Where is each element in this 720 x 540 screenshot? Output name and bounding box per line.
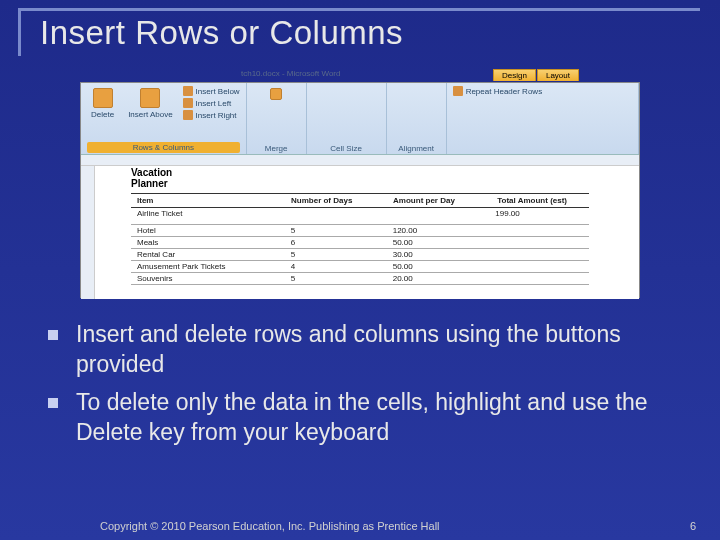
slide-footer: Copyright © 2010 Pearson Education, Inc.… [0, 520, 720, 532]
insert-above-icon [140, 88, 160, 108]
window-title: tch10.docx - Microsoft Word [241, 69, 340, 78]
cell-item[interactable]: Hotel [131, 225, 271, 237]
insert-right-button[interactable]: Insert Right [183, 110, 240, 120]
insert-left-icon [183, 98, 193, 108]
delete-button[interactable]: Delete [87, 86, 118, 121]
table-row[interactable]: Souvenirs520.00 [131, 273, 589, 285]
cell-days[interactable]: 4 [271, 261, 373, 273]
page-title: Insert Rows or Columns [18, 8, 700, 52]
group-alignment-label: Alignment [393, 143, 440, 153]
cell-total[interactable] [475, 249, 589, 261]
cell-item[interactable]: Meals [131, 237, 271, 249]
cell-item[interactable]: Souvenirs [131, 273, 271, 285]
bullet-marker-icon [48, 330, 58, 340]
group-cellsize-label: Cell Size [313, 143, 380, 153]
header-days: Number of Days [271, 194, 373, 208]
bullet-text: Insert and delete rows and columns using… [76, 320, 680, 380]
table-row[interactable]: Airline Ticket199.00 [131, 208, 589, 225]
bullet-text: To delete only the data in the cells, hi… [76, 388, 680, 448]
cell-amount[interactable]: 30.00 [373, 249, 476, 261]
delete-icon [93, 88, 113, 108]
ribbon-group-alignment: Alignment [387, 83, 447, 154]
merge-button[interactable] [253, 86, 300, 102]
merge-icon [270, 88, 282, 100]
ribbon-group-data: Repeat Header Rows [447, 83, 639, 154]
insert-left-button[interactable]: Insert Left [183, 98, 240, 108]
table-row[interactable]: Rental Car530.00 [131, 249, 589, 261]
word-screenshot: tch10.docx - Microsoft Word Design Layou… [80, 82, 640, 298]
list-item: To delete only the data in the cells, hi… [48, 388, 680, 448]
header-total: Total Amount (est) [475, 194, 589, 208]
cell-amount[interactable] [373, 208, 476, 225]
table-row[interactable]: Amusement Park Tickets450.00 [131, 261, 589, 273]
list-item: Insert and delete rows and columns using… [48, 320, 680, 380]
copyright-text: Copyright © 2010 Pearson Education, Inc.… [100, 520, 440, 532]
cell-total[interactable] [475, 273, 589, 285]
ribbon-group-cellsize: Cell Size [307, 83, 387, 154]
table-header-row: Item Number of Days Amount per Day Total… [131, 194, 589, 208]
doc-title: Vacation Planner [131, 167, 589, 189]
cell-item[interactable]: Rental Car [131, 249, 271, 261]
ribbon-group-merge: Merge [247, 83, 307, 154]
group-rows-columns-label: Rows & Columns [87, 142, 240, 153]
group-merge-label: Merge [253, 143, 300, 153]
cell-amount[interactable]: 20.00 [373, 273, 476, 285]
cell-days[interactable]: 5 [271, 273, 373, 285]
cell-amount[interactable]: 50.00 [373, 237, 476, 249]
cell-total[interactable] [475, 225, 589, 237]
insert-below-icon [183, 86, 193, 96]
cell-item[interactable]: Amusement Park Tickets [131, 261, 271, 273]
vertical-ruler[interactable] [81, 166, 95, 299]
title-line [34, 8, 700, 11]
slide: Insert Rows or Columns tch10.docx - Micr… [0, 0, 720, 540]
cell-total[interactable] [475, 237, 589, 249]
bullet-marker-icon [48, 398, 58, 408]
delete-label: Delete [91, 110, 114, 119]
cell-days[interactable]: 5 [271, 225, 373, 237]
cell-days[interactable]: 6 [271, 237, 373, 249]
tab-design[interactable]: Design [493, 69, 536, 81]
header-item: Item [131, 194, 271, 208]
insert-below-button[interactable]: Insert Below [183, 86, 240, 96]
doc-title-line1: Vacation [131, 167, 172, 178]
document-content: Vacation Planner Item Number of Days Amo… [131, 163, 589, 285]
repeat-header-label: Repeat Header Rows [466, 87, 542, 96]
table-body: Airline Ticket199.00Hotel5120.00Meals650… [131, 208, 589, 285]
ribbon: Delete Insert Above Insert Below Insert … [81, 83, 639, 155]
insert-above-button[interactable]: Insert Above [124, 86, 176, 121]
vacation-table[interactable]: Item Number of Days Amount per Day Total… [131, 193, 589, 285]
document-area: Vacation Planner Item Number of Days Amo… [81, 155, 639, 299]
ribbon-group-rows-columns: Delete Insert Above Insert Below Insert … [81, 83, 247, 154]
title-bar: Insert Rows or Columns [18, 8, 700, 52]
cell-amount[interactable]: 120.00 [373, 225, 476, 237]
cell-amount[interactable]: 50.00 [373, 261, 476, 273]
insert-left-label: Insert Left [196, 99, 232, 108]
cell-days[interactable]: 5 [271, 249, 373, 261]
table-row[interactable]: Meals650.00 [131, 237, 589, 249]
header-amount: Amount per Day [373, 194, 476, 208]
repeat-header-button[interactable]: Repeat Header Rows [453, 86, 632, 96]
table-tools-tabs: Design Layout [493, 69, 579, 81]
repeat-header-icon [453, 86, 463, 96]
insert-right-label: Insert Right [196, 111, 237, 120]
table-row[interactable]: Hotel5120.00 [131, 225, 589, 237]
title-accent [18, 8, 34, 56]
cell-total[interactable] [475, 261, 589, 273]
insert-above-label: Insert Above [128, 110, 172, 119]
cell-item[interactable]: Airline Ticket [131, 208, 271, 225]
cell-days[interactable] [271, 208, 373, 225]
insert-below-label: Insert Below [196, 87, 240, 96]
page-number: 6 [690, 520, 696, 532]
tab-layout[interactable]: Layout [537, 69, 579, 81]
doc-title-line2: Planner [131, 178, 168, 189]
cell-total[interactable]: 199.00 [475, 208, 589, 225]
insert-right-icon [183, 110, 193, 120]
bullet-list: Insert and delete rows and columns using… [48, 320, 680, 456]
